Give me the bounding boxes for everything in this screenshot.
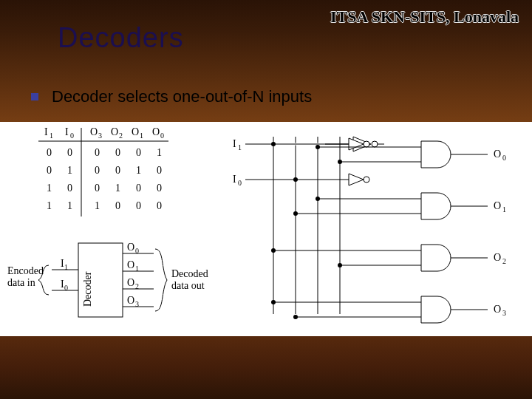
svg-text:O: O: [494, 304, 501, 315]
svg-text:O: O: [494, 200, 501, 211]
svg-text:0: 0: [115, 200, 120, 211]
svg-text:0: 0: [64, 284, 68, 292]
and-gate-o0: O0: [316, 141, 506, 168]
svg-point-100: [293, 211, 298, 216]
and-gate-o2: O2: [271, 245, 506, 271]
svg-text:data in: data in: [7, 277, 35, 288]
svg-text:1: 1: [47, 183, 52, 194]
svg-text:0: 0: [136, 200, 141, 211]
figure-panel: I1 I0 O3 O2 O1 O0 000001 010010 100100 1…: [0, 122, 532, 336]
svg-text:0: 0: [157, 183, 162, 194]
svg-text:data out: data out: [171, 280, 205, 291]
svg-text:O: O: [152, 126, 160, 137]
svg-text:0: 0: [136, 183, 141, 194]
org-label: ITSA SKN-SITS, Lonavala: [330, 7, 519, 27]
svg-point-107: [338, 263, 342, 267]
slide: ITSA SKN-SITS, Lonavala Decoders Decoder…: [0, 0, 532, 399]
svg-text:O: O: [127, 277, 134, 288]
bullet-text: Decoder selects one-out-of-N inputs: [52, 87, 312, 106]
inverter-i0: [293, 174, 369, 185]
svg-text:1: 1: [64, 263, 68, 271]
svg-text:1: 1: [50, 132, 53, 140]
svg-text:1: 1: [136, 165, 141, 176]
svg-text:O: O: [494, 252, 501, 263]
bullet-icon: [31, 93, 38, 100]
svg-text:1: 1: [47, 200, 52, 211]
gate-circuit: I1 I0: [233, 132, 506, 323]
bullet-row: Decoder selects one-out-of-N inputs: [31, 87, 312, 106]
svg-text:2: 2: [502, 257, 506, 265]
and-gate-o3: O3: [271, 296, 506, 323]
svg-text:3: 3: [98, 132, 102, 140]
svg-text:1: 1: [135, 265, 139, 273]
and-gate-o1: O1: [293, 193, 506, 219]
svg-text:0: 0: [95, 183, 100, 194]
svg-text:I: I: [233, 174, 236, 185]
svg-text:0: 0: [70, 132, 74, 140]
svg-text:1: 1: [140, 132, 143, 140]
svg-text:O: O: [127, 295, 134, 306]
svg-text:0: 0: [95, 147, 100, 158]
svg-text:3: 3: [502, 309, 506, 317]
svg-text:3: 3: [135, 300, 139, 308]
page-title: Decoders: [58, 22, 184, 54]
svg-text:1: 1: [67, 165, 72, 176]
svg-text:0: 0: [115, 165, 120, 176]
svg-text:0: 0: [157, 200, 162, 211]
svg-point-86: [364, 177, 369, 183]
svg-text:0: 0: [115, 147, 120, 158]
svg-text:0: 0: [47, 147, 52, 158]
svg-point-112: [271, 300, 276, 304]
block-diagram: Decoder I1 I0 Encoded data in O0 O1 O2 O…: [7, 242, 208, 317]
svg-text:0: 0: [157, 165, 162, 176]
svg-text:O: O: [127, 242, 134, 253]
svg-text:2: 2: [119, 132, 123, 140]
svg-text:2: 2: [135, 282, 139, 290]
svg-point-82: [364, 141, 369, 147]
block-label: Decoder: [82, 271, 93, 307]
svg-text:0: 0: [95, 165, 100, 176]
truth-table: I1 I0 O3 O2 O1 O0 000001 010010 100100 1…: [38, 126, 168, 216]
svg-text:I: I: [65, 126, 69, 137]
svg-point-93: [338, 160, 342, 164]
diagram-svg: I1 I0 O3 O2 O1 O0 000001 010010 100100 1…: [0, 122, 532, 336]
svg-point-105: [271, 248, 276, 253]
svg-text:0: 0: [238, 179, 242, 187]
svg-marker-85: [349, 174, 364, 185]
svg-text:0: 0: [47, 165, 52, 176]
svg-text:1: 1: [238, 143, 242, 151]
svg-text:O: O: [494, 149, 501, 160]
svg-text:1: 1: [95, 200, 100, 211]
svg-point-91: [316, 145, 320, 149]
svg-text:0: 0: [67, 147, 72, 158]
svg-point-114: [293, 315, 298, 319]
svg-text:O: O: [90, 126, 98, 137]
svg-point-98: [316, 197, 320, 201]
svg-text:1: 1: [115, 183, 120, 194]
svg-text:0: 0: [160, 132, 164, 140]
svg-text:I: I: [44, 126, 48, 137]
svg-text:1: 1: [67, 200, 72, 211]
svg-text:Encoded: Encoded: [7, 265, 44, 276]
svg-text:1: 1: [157, 147, 162, 158]
svg-text:1: 1: [502, 205, 506, 214]
svg-text:0: 0: [136, 147, 141, 158]
svg-text:0: 0: [135, 247, 139, 255]
svg-text:Decoded: Decoded: [171, 268, 208, 279]
svg-text:0: 0: [502, 154, 506, 162]
svg-text:0: 0: [67, 183, 72, 194]
svg-text:O: O: [127, 259, 134, 270]
svg-point-73: [372, 141, 378, 147]
svg-text:O: O: [111, 126, 118, 137]
svg-text:O: O: [132, 126, 139, 137]
svg-text:I: I: [233, 138, 236, 149]
